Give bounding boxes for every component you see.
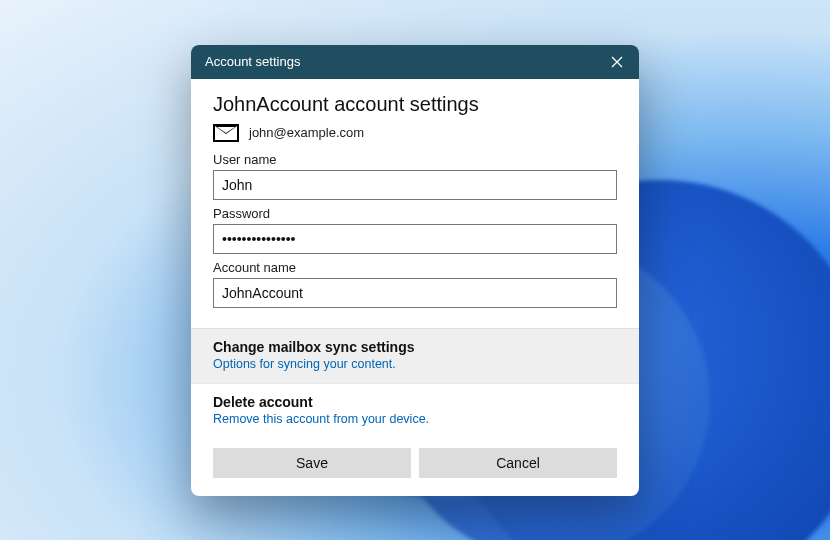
close-button[interactable] <box>607 52 627 72</box>
page-title: JohnAccount account settings <box>213 93 617 116</box>
save-button[interactable]: Save <box>213 448 411 478</box>
window-title: Account settings <box>205 54 300 69</box>
password-label: Password <box>213 206 617 221</box>
email-row: john@example.com <box>213 124 617 142</box>
username-label: User name <box>213 152 617 167</box>
delete-account-option[interactable]: Delete account Remove this account from … <box>191 384 639 438</box>
password-input[interactable] <box>213 224 617 254</box>
sync-settings-option[interactable]: Change mailbox sync settings Options for… <box>191 328 639 384</box>
close-icon <box>611 56 623 68</box>
account-name-input[interactable] <box>213 278 617 308</box>
account-name-label: Account name <box>213 260 617 275</box>
email-address: john@example.com <box>249 125 364 140</box>
account-settings-dialog: Account settings JohnAccount account set… <box>191 45 639 496</box>
dialog-body: JohnAccount account settings john@exampl… <box>191 79 639 328</box>
delete-account-subtitle: Remove this account from your device. <box>213 412 617 426</box>
username-input[interactable] <box>213 170 617 200</box>
sync-settings-title: Change mailbox sync settings <box>213 339 617 355</box>
mail-icon <box>213 124 239 142</box>
sync-settings-subtitle: Options for syncing your content. <box>213 357 617 371</box>
cancel-button[interactable]: Cancel <box>419 448 617 478</box>
button-row: Save Cancel <box>191 438 639 496</box>
titlebar: Account settings <box>191 45 639 79</box>
delete-account-title: Delete account <box>213 394 617 410</box>
